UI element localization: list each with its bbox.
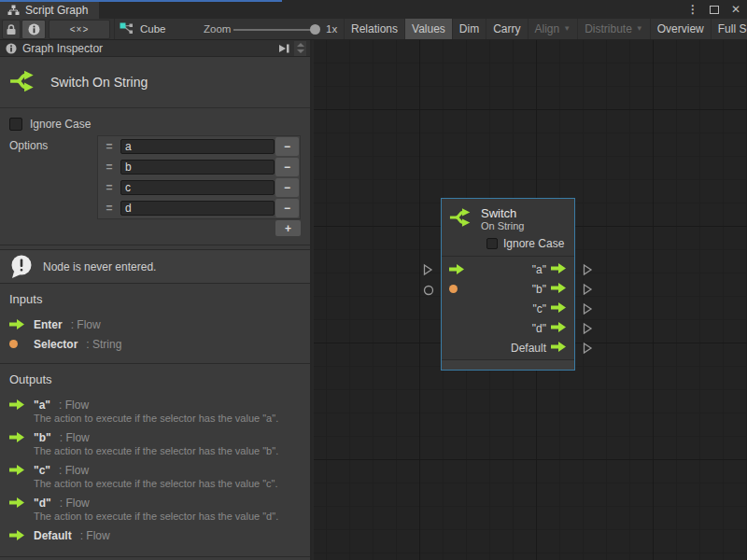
drag-handle-icon[interactable]: = — [98, 161, 120, 174]
port-description: The action to execute if the selector ha… — [34, 478, 301, 490]
remove-option-button[interactable]: − — [275, 199, 299, 217]
external-flow-connector[interactable] — [582, 283, 593, 299]
option-value-input[interactable] — [120, 160, 275, 175]
zoom-slider-track[interactable] — [233, 29, 314, 31]
remove-option-button[interactable]: − — [275, 158, 299, 176]
toolbar-button-relations[interactable]: Relations — [344, 19, 404, 39]
outputs-section: Outputs "a" : FlowThe action to execute … — [0, 364, 310, 554]
option-value-input[interactable] — [120, 201, 275, 216]
ignore-case-row: Ignore Case — [9, 115, 301, 133]
port-output-icon[interactable] — [551, 342, 567, 355]
zoom-slider-handle[interactable] — [310, 24, 320, 35]
port-description: The action to execute if the selector ha… — [34, 413, 301, 425]
external-flow-connector[interactable] — [422, 263, 433, 279]
port-label: "d" — [532, 322, 546, 335]
port-type: : Flow — [60, 497, 90, 510]
dropdown-caret-icon: ▼ — [563, 19, 571, 39]
port-name: "b" — [34, 431, 51, 444]
graph-canvas[interactable]: Switch On String Ignore Case "a""b""c""d… — [314, 40, 747, 560]
inputs-header: Inputs — [9, 292, 301, 306]
external-flow-connector[interactable] — [582, 322, 593, 338]
node-port-row: "b" — [442, 279, 574, 299]
remove-option-button[interactable]: − — [275, 137, 299, 156]
port-label: Default — [511, 342, 546, 355]
connector-triangle-icon[interactable] — [582, 263, 593, 276]
flow-arrow-icon — [9, 530, 25, 540]
connector-triangle-icon[interactable] — [582, 342, 593, 355]
node-ports: "a""b""c""d"Default — [442, 257, 574, 359]
toolbar-button-distribute[interactable]: Distribute▼ — [577, 19, 650, 39]
toolbar-button-align[interactable]: Align▼ — [528, 19, 578, 39]
zoom-value: 1x — [326, 23, 337, 35]
node-header: Switch On String Ignore Case — [442, 199, 574, 256]
toolbar-button-values[interactable]: Values — [404, 19, 452, 39]
window-menu-icon[interactable]: ⋮ — [687, 2, 698, 17]
port-label: "b" — [532, 283, 546, 296]
toolbar-button-carry[interactable]: Carry — [486, 19, 527, 39]
port-description: The action to execute if the selector ha… — [34, 511, 301, 523]
switch-on-string-icon — [9, 67, 37, 98]
outputs-header: Outputs — [9, 372, 301, 386]
scroll-down-icon[interactable] — [297, 49, 304, 53]
lock-button[interactable] — [2, 20, 21, 39]
connector-triangle-icon[interactable] — [422, 263, 433, 276]
connector-circle-icon[interactable] — [423, 285, 434, 296]
ignore-case-checkbox[interactable] — [486, 238, 498, 249]
port-output-icon[interactable] — [551, 302, 567, 315]
connector-triangle-icon[interactable] — [582, 322, 593, 335]
code-preview-button[interactable]: <×> — [49, 20, 110, 39]
scroll-up-icon[interactable] — [297, 43, 304, 47]
tab-title: Script Graph — [25, 4, 88, 17]
flow-arrow-icon — [9, 465, 25, 475]
port-name: "d" — [34, 497, 51, 510]
flow-arrow-icon — [551, 322, 567, 332]
inspector-scrollbar[interactable] — [294, 41, 306, 56]
drag-handle-icon[interactable]: = — [98, 181, 120, 194]
ignore-case-label: Ignore Case — [503, 237, 564, 250]
graph-breadcrumb[interactable]: Cube — [120, 19, 166, 39]
tab-script-graph[interactable]: Script Graph — [0, 2, 99, 19]
port-output-icon[interactable] — [551, 322, 567, 335]
external-value-connector[interactable] — [423, 285, 434, 299]
unity-script-graph-window: Script Graph ⋮ ✕ <×> — [0, 0, 747, 560]
external-flow-connector[interactable] — [582, 263, 593, 279]
drag-handle-icon[interactable]: = — [98, 140, 120, 153]
connector-triangle-icon[interactable] — [582, 302, 593, 315]
inputs-section: Inputs Enter : FlowSelector : String — [0, 284, 310, 363]
external-flow-connector[interactable] — [582, 302, 593, 318]
drag-handle-icon[interactable]: = — [98, 202, 120, 215]
port-type: : Flow — [60, 431, 90, 444]
switch-on-string-node[interactable]: Switch On String Ignore Case "a""b""c""d… — [441, 198, 575, 371]
node-subtitle: On String — [481, 220, 524, 232]
port-output-icon[interactable] — [551, 263, 567, 276]
window-controls: ⋮ ✕ — [687, 2, 741, 17]
output-row: "b" : Flow — [9, 427, 301, 447]
options-list: =−=−=−=− — [97, 135, 301, 219]
option-value-input[interactable] — [120, 139, 275, 154]
port-output-icon[interactable] — [551, 283, 567, 296]
connector-triangle-icon[interactable] — [582, 283, 593, 296]
graph-name: Cube — [140, 23, 166, 35]
output-row: Default : Flow — [9, 525, 301, 545]
dock-panel-icon[interactable] — [277, 43, 290, 54]
remove-option-button[interactable]: − — [275, 178, 299, 197]
section-divider — [0, 245, 310, 245]
toolbar-button-overview[interactable]: Overview — [650, 19, 711, 39]
option-value-input[interactable] — [120, 180, 275, 195]
ignore-case-checkbox[interactable] — [9, 118, 22, 131]
port-input-icon[interactable] — [449, 264, 470, 274]
add-option-button[interactable]: + — [275, 220, 301, 236]
toolbar-button-label: Carry — [493, 19, 520, 39]
external-flow-connector[interactable] — [582, 342, 593, 357]
lock-icon — [6, 23, 17, 35]
graph-hierarchy-icon — [7, 5, 20, 16]
inspect-button[interactable] — [21, 20, 46, 39]
toolbar-button-dim[interactable]: Dim — [452, 19, 486, 39]
maximize-icon[interactable] — [710, 6, 719, 14]
warning-bubble-icon — [9, 254, 34, 279]
port-type: : Flow — [71, 318, 101, 331]
close-icon[interactable]: ✕ — [730, 2, 741, 17]
port-input-icon[interactable] — [449, 285, 470, 293]
toolbar-button-full-screen[interactable]: Full Screen — [711, 19, 747, 39]
option-row: =− — [98, 198, 300, 218]
